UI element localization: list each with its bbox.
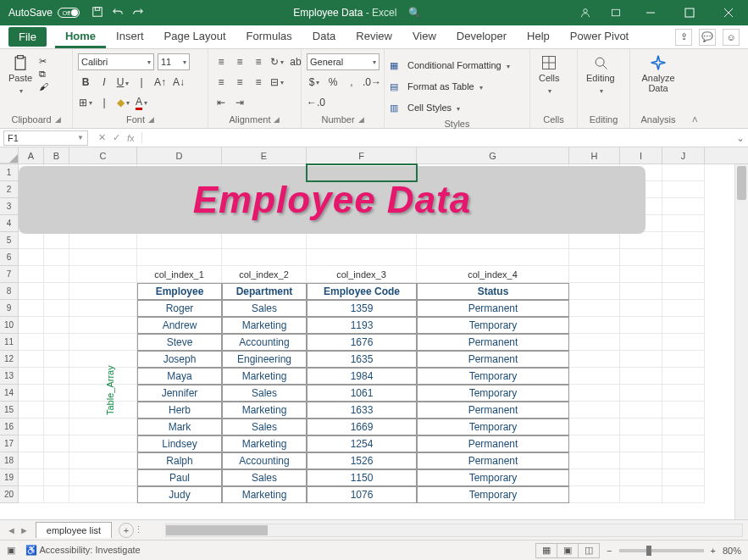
format-painter-icon[interactable]: 🖌	[39, 81, 48, 91]
align-bottom-icon[interactable]: ≡	[251, 54, 266, 69]
row-header[interactable]: 12	[0, 351, 19, 368]
row-header[interactable]: 9	[0, 300, 19, 317]
normal-view-icon[interactable]: ▦	[535, 543, 557, 558]
grid-cell[interactable]	[69, 419, 137, 435]
grid-cell[interactable]	[19, 435, 44, 452]
align-right-icon[interactable]: ≡	[251, 75, 266, 90]
grid-cell[interactable]: col_index_1	[137, 266, 222, 283]
table-header[interactable]: Status	[417, 283, 569, 300]
grid-cell[interactable]	[222, 232, 307, 249]
grid-cell[interactable]	[662, 266, 705, 283]
column-header[interactable]: J	[662, 147, 705, 164]
grid-cell[interactable]	[620, 419, 662, 435]
font-size-combo[interactable]: 11	[158, 53, 190, 70]
table-cell[interactable]: 1076	[307, 486, 417, 503]
table-cell[interactable]: Ralph	[137, 452, 222, 469]
tab-data[interactable]: Data	[302, 26, 346, 48]
grid-cell[interactable]	[620, 232, 662, 249]
grid-cell[interactable]	[44, 249, 69, 266]
grid-cell[interactable]	[662, 385, 705, 402]
table-cell[interactable]: 1676	[307, 334, 417, 351]
autosave-toggle[interactable]: AutoSave Off	[8, 7, 80, 19]
percent-format-icon[interactable]: %	[325, 75, 341, 90]
grid-cell[interactable]	[620, 435, 662, 452]
dialog-launcher-icon[interactable]: ◢	[148, 115, 154, 124]
table-cell[interactable]: Joseph	[137, 351, 222, 368]
grid-cell[interactable]	[44, 469, 69, 486]
table-cell[interactable]: Mark	[137, 419, 222, 435]
grid-cell[interactable]	[19, 300, 44, 317]
table-cell[interactable]: Sales	[222, 385, 307, 402]
table-header[interactable]: Employee	[137, 283, 222, 300]
grid-cell[interactable]	[222, 249, 307, 266]
tab-view[interactable]: View	[402, 26, 446, 48]
grid-cell[interactable]	[44, 368, 69, 385]
format-as-table-button[interactable]: ▤ Format as Table	[390, 77, 483, 96]
grid-cell[interactable]	[620, 351, 662, 368]
grid-cell[interactable]	[19, 283, 44, 300]
zoom-level[interactable]: 80%	[723, 546, 741, 556]
sheet-tab[interactable]: employee list	[36, 522, 112, 538]
column-header[interactable]: G	[417, 147, 569, 164]
table-cell[interactable]: Temporary	[417, 419, 569, 435]
grid-cell[interactable]	[44, 283, 69, 300]
grid-cell[interactable]	[620, 249, 662, 266]
cells-button[interactable]: Cells	[535, 53, 562, 97]
comments-icon[interactable]: 💬	[699, 29, 716, 46]
grid-cell[interactable]	[137, 232, 222, 249]
zoom-slider[interactable]	[619, 549, 704, 552]
grid-cell[interactable]	[69, 402, 137, 419]
grid-cell[interactable]	[44, 419, 69, 435]
grid-cell[interactable]	[19, 419, 44, 435]
grid-cell[interactable]	[69, 368, 137, 385]
editing-button[interactable]: Editing	[583, 53, 618, 97]
row-header[interactable]: 18	[0, 452, 19, 469]
accessibility-status[interactable]: ♿ Accessibility: Investigate	[25, 545, 141, 556]
grid-cell[interactable]	[19, 249, 44, 266]
select-all-corner[interactable]	[0, 147, 19, 164]
analyze-data-button[interactable]: Analyze Data	[635, 53, 681, 95]
table-cell[interactable]: Sales	[222, 300, 307, 317]
table-cell[interactable]: Jennifer	[137, 385, 222, 402]
fx-icon[interactable]: fx	[127, 133, 135, 143]
decrease-indent-icon[interactable]: ⇤	[213, 95, 229, 110]
grid-cell[interactable]	[307, 232, 417, 249]
decrease-decimal-icon[interactable]: ←.0	[307, 95, 325, 110]
column-header[interactable]: I	[620, 147, 662, 164]
grid-cell[interactable]	[19, 452, 44, 469]
cancel-formula-icon[interactable]: ✕	[98, 132, 106, 143]
grid-cell[interactable]	[44, 486, 69, 503]
account-icon[interactable]	[570, 0, 601, 25]
column-header[interactable]: C	[69, 147, 137, 164]
grid-cell[interactable]	[69, 334, 137, 351]
file-tab[interactable]: File	[8, 27, 47, 47]
grid-cell[interactable]	[19, 232, 44, 249]
row-header[interactable]: 14	[0, 385, 19, 402]
column-header[interactable]: E	[222, 147, 307, 164]
table-cell[interactable]: 1150	[307, 469, 417, 486]
table-cell[interactable]: 1635	[307, 351, 417, 368]
table-cell[interactable]: Sales	[222, 469, 307, 486]
horizontal-scrollbar[interactable]	[165, 524, 743, 537]
page-layout-view-icon[interactable]: ▣	[557, 543, 579, 558]
grid-cell[interactable]	[307, 164, 417, 181]
grid-cell[interactable]	[44, 351, 69, 368]
enter-formula-icon[interactable]: ✓	[113, 132, 120, 143]
grid-cell[interactable]	[44, 317, 69, 334]
grid-cell[interactable]	[662, 486, 705, 503]
align-top-icon[interactable]: ≡	[213, 54, 229, 69]
grid-cell[interactable]	[44, 452, 69, 469]
table-header[interactable]: Employee Code	[307, 283, 417, 300]
table-cell[interactable]: Temporary	[417, 385, 569, 402]
zoom-in-button[interactable]: +	[711, 546, 716, 556]
table-cell[interactable]: Marketing	[222, 435, 307, 452]
row-header[interactable]: 17	[0, 435, 19, 452]
grid-cell[interactable]	[19, 402, 44, 419]
row-header[interactable]: 1	[0, 164, 19, 181]
table-cell[interactable]: Marketing	[222, 368, 307, 385]
row-header[interactable]: 20	[0, 486, 19, 503]
accounting-format-icon[interactable]: $	[307, 75, 322, 90]
dialog-launcher-icon[interactable]: ◢	[274, 115, 280, 124]
grid-cell[interactable]	[44, 402, 69, 419]
underline-button[interactable]: U	[115, 75, 130, 90]
